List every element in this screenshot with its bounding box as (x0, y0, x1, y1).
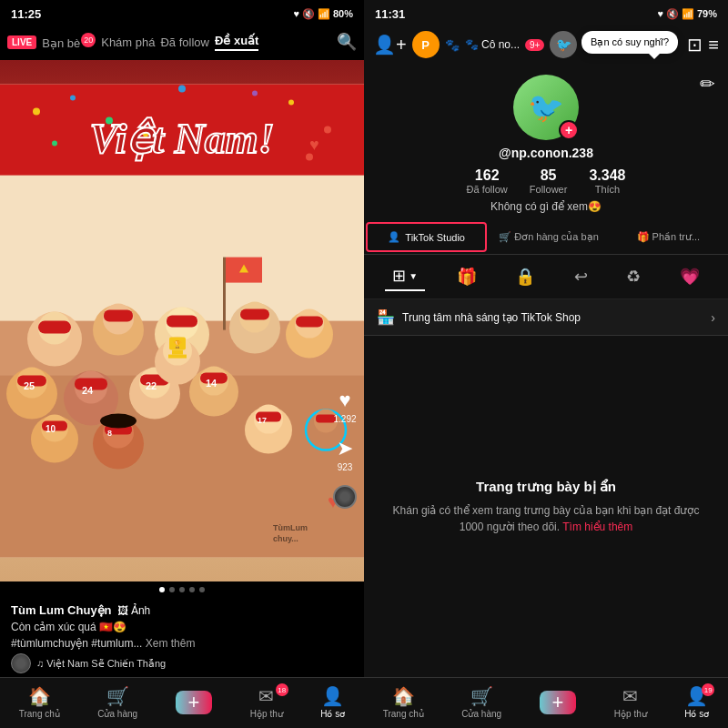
right-nav-cua-hang[interactable]: 🛒 Cửa hàng (461, 685, 501, 719)
showcase-link[interactable]: Tìm hiểu thêm (562, 521, 632, 533)
comment-count: 923 (338, 462, 353, 472)
nav-ho-so[interactable]: 👤 Hồ sơ (320, 685, 345, 719)
dot-5 (199, 587, 205, 592)
svg-rect-54 (172, 350, 183, 355)
music-disc-icon (333, 485, 357, 509)
profile-username: @np.conon.238 (499, 146, 593, 160)
gift-icon: 🎁 (457, 267, 477, 287)
right-nav-add[interactable]: + (540, 691, 577, 714)
music-disc-button[interactable] (333, 485, 357, 509)
icon-tab-shop[interactable]: 🎁 (450, 263, 484, 290)
right-shop-icon: 🛒 (470, 685, 493, 707)
post-hashtags: #tùmlumchuyện #tumlum... Xem thêm (11, 637, 353, 650)
post-author: Tùm Lum Chuyện 🖼 Ảnh (11, 603, 353, 617)
nav-de-xuat[interactable]: Đề xuất (215, 34, 259, 51)
share-icon: ➤ (337, 437, 353, 460)
don-hang-tab[interactable]: 🛒 Đơn hàng của bạn (489, 223, 608, 251)
vietnam-illustration: Việt Nam! ♥ (0, 60, 364, 581)
dot-4 (189, 587, 195, 592)
share-button[interactable]: ➤ 923 (337, 437, 353, 472)
dot-2 (169, 587, 175, 592)
icon-tab-heart[interactable]: 💗 (672, 263, 707, 290)
profile-avatar-wrap: 🐦 + (513, 75, 579, 140)
profile-stats: 162 Đã follow 85 Follower 3.348 Thích (467, 167, 626, 195)
svg-rect-24 (167, 316, 197, 328)
add-icon[interactable]: + (176, 691, 213, 714)
nav-cua-hang[interactable]: 🛒 Cửa hàng (97, 685, 137, 719)
svg-text:♥: ♥ (309, 136, 319, 154)
svg-text:17: 17 (258, 416, 267, 425)
nav-da-follow[interactable]: Đã follow (160, 35, 208, 49)
menu-icon[interactable]: ≡ (708, 35, 719, 56)
right-add-icon[interactable]: + (540, 691, 577, 714)
nav-kham-pha[interactable]: Khám phá (101, 35, 155, 49)
right-home-icon: 🏠 (392, 685, 415, 707)
content-image-area: Việt Nam! ♥ (0, 60, 364, 581)
left-panel: 11:25 ♥ 🔇 📶 80% LIVE Bạn bè20 Khám phá Đ… (0, 0, 364, 728)
right-status-icons: ♥ 🔇 📶 79% (657, 8, 717, 20)
right-nav-trang-chu[interactable]: 🏠 Trang chủ (383, 685, 424, 719)
left-time: 11:25 (11, 7, 41, 21)
svg-point-7 (252, 91, 258, 96)
right-status-bar: 11:31 ♥ 🔇 📶 79% (364, 0, 728, 25)
heart-icon: ♥ (339, 389, 350, 412)
right-nav-hop-thu[interactable]: ✉ Hộp thư (614, 685, 647, 719)
svg-rect-31 (240, 309, 269, 320)
like-count: 1.292 (333, 414, 356, 424)
right-nav-ho-so[interactable]: 👤 19 Hồ sơ (684, 685, 709, 719)
icon-tab-grid[interactable]: ⊞ ▼ (385, 262, 425, 291)
add-person-icon[interactable]: 👤+ (373, 34, 407, 56)
edit-profile-button[interactable]: ✏ (700, 73, 715, 95)
phan-tru-tab[interactable]: 🎁 Phần trư... (609, 223, 728, 251)
cono-badge: 9+ (525, 39, 544, 51)
cono-label: 🐾 Cô no... (465, 38, 520, 51)
profile-p-button[interactable]: P (412, 31, 440, 58)
profile-icon: 👤 (321, 685, 344, 707)
nav-trang-chu[interactable]: 🏠 Trang chủ (19, 685, 60, 719)
icon-tab-recycle[interactable]: ♻ (619, 263, 648, 290)
left-bottom-nav: 🏠 Trang chủ 🛒 Cửa hàng + ✉ 18 Hộp thư 👤 … (0, 677, 364, 728)
see-more-button[interactable]: Xem thêm (146, 637, 196, 650)
music-disc (11, 653, 31, 673)
icon-tab-repost[interactable]: ↩ (567, 263, 595, 290)
left-status-bar: 11:25 ♥ 🔇 📶 80% (0, 0, 364, 25)
left-status-icons: ♥ 🔇 📶 80% (293, 8, 353, 20)
like-button[interactable]: ♥ 1.292 (333, 389, 356, 424)
follow-plus-button[interactable]: + (559, 120, 579, 140)
nav-add[interactable]: + (176, 691, 213, 714)
svg-point-6 (324, 126, 331, 134)
stat-follower: 85 Follower (530, 167, 568, 195)
no-content-text: Không có gì để xem😍 (490, 200, 602, 213)
tiktok-studio-tab[interactable]: 👤 TikTok Studio (366, 222, 487, 252)
dot-3 (179, 587, 185, 592)
svg-rect-55 (168, 355, 187, 359)
svg-text:TùmLum: TùmLum (273, 523, 308, 532)
nav-ban-be[interactable]: Bạn bè20 (42, 33, 96, 50)
dropdown-icon: ▼ (409, 271, 418, 281)
svg-text:🏆: 🏆 (173, 339, 182, 349)
svg-point-8 (178, 86, 186, 93)
left-nav-bar: LIVE Bạn bè20 Khám phá Đã follow Đề xuất… (0, 25, 364, 60)
right-bottom-nav: 🏠 Trang chủ 🛒 Cửa hàng + ✉ Hộp thư 👤 19 … (364, 677, 728, 728)
right-inbox-icon: ✉ (622, 685, 638, 707)
live-badge[interactable]: LIVE (7, 35, 36, 49)
showcase-title: Trang trưng bày bị ẩn (476, 479, 616, 495)
svg-text:8: 8 (107, 429, 112, 438)
image-dots (0, 581, 364, 596)
svg-text:24: 24 (82, 385, 94, 396)
svg-rect-25 (223, 258, 226, 330)
svg-rect-18 (38, 321, 71, 334)
thought-bubble[interactable]: Bạn có suy nghĩ? (581, 31, 678, 54)
chevron-right-icon: › (711, 310, 715, 325)
qr-icon[interactable]: ⊡ (687, 34, 703, 56)
nav-hop-thu[interactable]: ✉ 18 Hộp thư (250, 685, 283, 719)
profile-section: 🐦 + @np.conon.238 162 Đã follow 85 Follo… (364, 67, 728, 220)
post-actions: ♥ 1.292 ➤ 923 (333, 389, 357, 509)
search-icon[interactable]: 🔍 (337, 32, 357, 52)
svg-point-5 (288, 100, 294, 106)
avatar-icon[interactable]: 🐦 (550, 31, 577, 58)
icon-tab-lock[interactable]: 🔒 (508, 263, 542, 290)
tiktok-studio-icon: 👤 (388, 231, 400, 243)
svg-rect-21 (104, 310, 133, 322)
shop-banner[interactable]: 🏪 Trung tâm nhà sáng tạo TikTok Shop › (364, 299, 728, 336)
